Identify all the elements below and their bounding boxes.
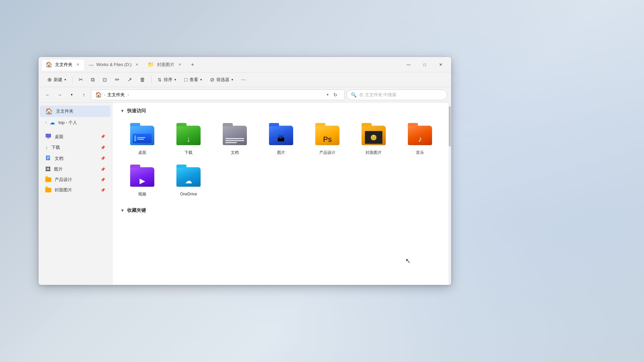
copy-icon: ⧉	[91, 77, 95, 83]
video-folder-name: 视频	[138, 192, 146, 197]
sidebar-documents-label: 文档	[55, 156, 63, 162]
filter-button[interactable]: ⊘ 筛选器 ▾	[207, 75, 236, 84]
paste-button[interactable]: ⊡	[99, 75, 110, 84]
sidebar-pictures-icon: 🖼	[45, 166, 51, 172]
tab-cover[interactable]: 📁 封面图片 ✕	[144, 59, 186, 70]
sidebar-desktop-label: 桌面	[55, 134, 63, 140]
onedrive-folder-icon: ☁	[175, 165, 202, 189]
sidebar-expand-icon: ›	[45, 121, 46, 124]
sidebar-item-pictures[interactable]: 🖼 图片 📌	[40, 164, 111, 174]
cover-folder-thumbnail: 😊	[365, 131, 382, 144]
share-icon: ↗	[127, 76, 132, 83]
tab-cover-icon: 📁	[148, 61, 154, 68]
forward-button[interactable]: →	[55, 90, 65, 100]
cover-folder-icon: 😊	[360, 123, 387, 147]
documents-folder-name: 文档	[231, 150, 239, 156]
tab-works-icon: —	[89, 62, 94, 67]
sidebar-cover-pin: 📌	[101, 188, 105, 192]
tab-home-label: 主文件夹	[55, 62, 72, 68]
back-button[interactable]: ←	[43, 90, 53, 100]
address-bar[interactable]: 🏠 › 主文件夹 › ▾ ↻	[91, 89, 344, 100]
sort-icon: ⇅	[158, 77, 162, 82]
sort-button[interactable]: ⇅ 排序 ▾	[154, 75, 179, 84]
tab-cover-close[interactable]: ✕	[177, 62, 182, 67]
list-item[interactable]: ▶ 视频	[120, 161, 164, 200]
copy-button[interactable]: ⧉	[88, 75, 98, 84]
search-bar[interactable]: 🔍 在 主文件夹 中搜索	[346, 89, 447, 100]
sidebar-cover-icon	[45, 188, 51, 192]
sidebar-documents-icon	[45, 155, 51, 162]
list-item[interactable]: 🏔 图片	[259, 119, 303, 158]
more-icon: ···	[241, 77, 246, 83]
filter-dropdown-icon: ▾	[231, 78, 233, 81]
toolbar-sep-2	[151, 76, 152, 83]
favorites-header: ▼ 收藏夹键	[120, 207, 443, 214]
product-folder-icon: Ps	[314, 123, 341, 147]
sidebar-item-desktop[interactable]: 桌面 📌	[40, 131, 111, 142]
sidebar-cover-label: 封面图片	[55, 187, 72, 193]
scrollbar[interactable]	[448, 103, 451, 285]
cut-icon: ✂	[78, 76, 83, 83]
refresh-button[interactable]: ↻	[331, 90, 340, 100]
view-button[interactable]: □ 查看 ▾	[181, 75, 205, 84]
up-button[interactable]: ↑	[79, 90, 89, 100]
documents-folder-icon	[221, 123, 248, 147]
rename-button[interactable]: ✏	[112, 75, 123, 84]
tab-home-icon: 🏠	[46, 61, 52, 68]
sidebar-home-label: 主文件夹	[56, 108, 73, 114]
sidebar-item-top[interactable]: › ☁ top - 个人	[40, 117, 111, 128]
list-item[interactable]: 桌面	[120, 119, 164, 158]
sidebar-item-product[interactable]: 产品设计 📌	[40, 175, 111, 185]
list-item[interactable]: ☁ OneDrive	[167, 161, 210, 200]
sidebar-item-downloads[interactable]: ↓ 下载 📌	[40, 142, 111, 153]
file-grid: 桌面 ↓ 下载	[120, 119, 443, 199]
sidebar-downloads-icon: ↓	[45, 144, 48, 150]
delete-button[interactable]: 🗑	[137, 75, 149, 84]
tab-works[interactable]: — Works & Files (D:) ✕	[85, 59, 144, 70]
filter-icon: ⊘	[210, 76, 214, 83]
file-explorer-window: 🏠 主文件夹 ✕ — Works & Files (D:) ✕ 📁 封面图片 ✕…	[39, 57, 451, 285]
tab-home[interactable]: 🏠 主文件夹 ✕	[41, 59, 85, 70]
sidebar: 🏠 主文件夹 › ☁ top - 个人 桌面	[39, 103, 112, 285]
favorites-label: 收藏夹键	[127, 207, 146, 214]
cover-folder-name: 封面图片	[366, 150, 382, 156]
sidebar-desktop-icon	[45, 133, 51, 140]
close-button[interactable]: ✕	[433, 59, 448, 70]
rename-icon: ✏	[115, 76, 119, 83]
sidebar-item-documents[interactable]: 文档 📌	[40, 153, 111, 164]
tab-works-close[interactable]: ✕	[134, 62, 140, 67]
sidebar-top-label: top - 个人	[58, 120, 77, 126]
new-icon: ⊕	[47, 76, 52, 83]
favorites-toggle[interactable]: ▼	[120, 208, 124, 213]
toolbar-sep-1	[72, 76, 72, 83]
address-expand-icon: ▾	[327, 93, 329, 97]
cut-button[interactable]: ✂	[75, 75, 86, 84]
tab-home-close[interactable]: ✕	[75, 62, 80, 67]
toolbar: ⊕ 新建 ▾ ✂ ⧉ ⊡ ✏ ↗ 🗑 ⇅ 排序 ▾ □ 查看	[39, 72, 451, 87]
list-item[interactable]: Ps 产品设计	[306, 119, 349, 158]
svg-rect-0	[46, 134, 51, 137]
list-item[interactable]: 😊 封面图片	[352, 119, 395, 158]
recent-button[interactable]: ▾	[67, 90, 77, 100]
add-tab-button[interactable]: +	[188, 60, 197, 69]
address-separator: ›	[104, 92, 105, 97]
sidebar-product-icon	[45, 177, 51, 182]
sidebar-item-home[interactable]: 🏠 主文件夹	[40, 106, 111, 117]
maximize-button[interactable]: □	[417, 59, 432, 70]
list-item[interactable]: 文档	[213, 119, 257, 158]
sidebar-item-cover[interactable]: 封面图片 📌	[40, 185, 111, 195]
tab-works-label: Works & Files (D:)	[96, 62, 131, 67]
pictures-folder-name: 图片	[277, 150, 285, 156]
minimize-button[interactable]: —	[401, 59, 416, 70]
sidebar-documents-pin: 📌	[101, 156, 105, 161]
address-path: 主文件夹	[107, 92, 125, 98]
list-item[interactable]: ↓ 下载	[167, 119, 210, 158]
music-folder-icon: ♪	[407, 123, 433, 147]
scrollbar-thumb[interactable]	[449, 106, 451, 146]
new-button[interactable]: ⊕ 新建 ▾	[44, 75, 69, 84]
sidebar-home-icon: 🏠	[45, 108, 53, 115]
more-button[interactable]: ···	[238, 75, 249, 84]
quick-access-toggle[interactable]: ▼	[120, 109, 124, 113]
list-item[interactable]: ♪ 音乐	[398, 119, 442, 158]
share-button[interactable]: ↗	[124, 75, 135, 84]
